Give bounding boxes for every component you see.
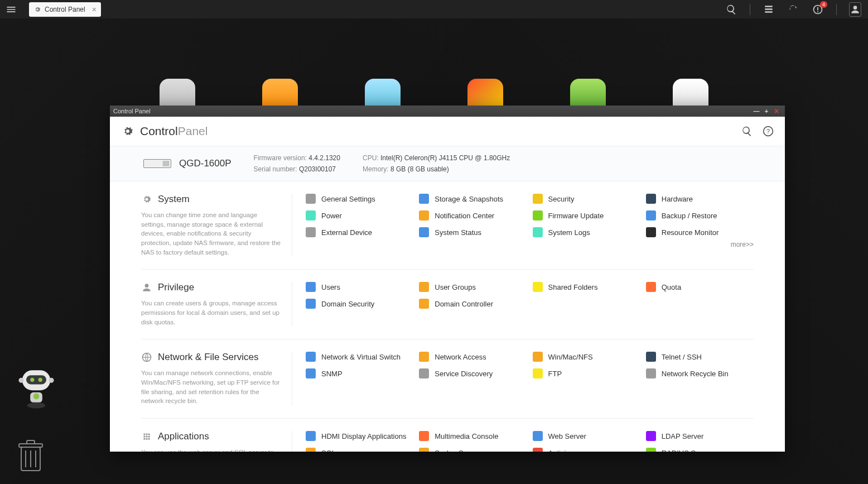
svg-point-10 [19,378,24,383]
item-syslog-server[interactable]: Syslog Server [419,448,527,452]
svg-point-24 [143,435,145,437]
item-icon [646,194,656,204]
item-shared-folders[interactable]: Shared Folders [533,282,640,292]
item-power[interactable]: Power [306,210,413,221]
item-label: SQL server [321,449,358,452]
item-label: Web Server [548,432,586,440]
item-icon [533,448,543,452]
assistant-robot-icon[interactable] [11,361,61,411]
item-network-recycle-bin[interactable]: Network Recycle Bin [646,368,754,378]
item-sql-server[interactable]: SQL server [306,448,413,452]
search-button[interactable] [725,3,737,16]
window-close-button[interactable]: × [771,107,782,116]
item-icon [306,194,316,204]
item-system-status[interactable]: System Status [419,227,527,237]
item-general-settings[interactable]: General Settings [306,194,413,204]
search-icon[interactable] [741,126,753,137]
more-link[interactable]: more>> [306,241,754,248]
item-firmware-update[interactable]: Firmware Update [533,210,640,221]
item-label: Firmware Update [548,212,604,220]
item-icon [306,368,316,378]
hamburger-menu-button[interactable] [0,0,22,18]
svg-point-27 [143,438,145,440]
section-title-network: Network & File Services [141,352,281,363]
item-icon [419,448,429,452]
item-icon [306,352,316,362]
item-hardware[interactable]: Hardware [646,194,754,204]
item-radius-server[interactable]: RADIUS Server [646,448,754,452]
svg-point-5 [33,394,40,400]
gear-icon [33,6,41,13]
item-label: Network Recycle Bin [662,370,729,378]
item-win-mac-nfs[interactable]: Win/Mac/NFS [533,352,640,362]
section-desc: You can create users & groups, manage ac… [141,299,281,327]
item-system-logs[interactable]: System Logs [533,227,640,237]
window-maximize-button[interactable]: + [761,108,771,114]
section-title-privilege: Privilege [141,282,281,293]
item-label: System Logs [548,228,590,237]
cpu-label: CPU: [363,154,379,162]
system-info-bar: QGD-1600P Firmware version: 4.4.2.1320 S… [110,146,785,181]
app-title: ControlPanel [140,124,208,138]
item-security[interactable]: Security [533,194,640,204]
item-user-groups[interactable]: User Groups [419,282,527,292]
item-web-server[interactable]: Web Server [533,431,640,441]
item-label: External Device [321,228,372,237]
window-minimize-button[interactable]: — [751,108,761,114]
content-area: System You can change time zone and lang… [110,181,785,452]
item-hdmi-display-applications[interactable]: HDMI Display Applications [306,431,413,441]
item-external-device[interactable]: External Device [306,227,413,237]
window-titlebar[interactable]: Control Panel — + × [110,106,785,117]
memory-label: Memory: [363,165,389,173]
refresh-icon[interactable] [787,3,799,16]
item-notification-center[interactable]: Notification Center [419,210,527,221]
svg-point-23 [148,433,150,435]
item-label: Power [321,212,342,220]
item-quota[interactable]: Quota [646,282,754,292]
svg-point-9 [38,378,42,382]
svg-point-22 [146,433,147,435]
tasks-icon[interactable] [763,3,775,16]
item-icon [646,431,656,441]
item-icon [419,227,429,237]
svg-point-8 [30,378,34,382]
item-resource-monitor[interactable]: Resource Monitor [646,227,754,237]
item-users[interactable]: Users [306,282,413,292]
device-icon [143,159,171,168]
svg-point-25 [146,435,147,437]
tab-control-panel[interactable]: Control Panel × [29,2,101,17]
section-desc: You can use the web server and SQL serve… [141,448,281,452]
item-domain-security[interactable]: Domain Security [306,299,413,309]
item-label: Win/Mac/NFS [548,353,593,361]
item-domain-controller[interactable]: Domain Controller [419,299,527,309]
item-backup-restore[interactable]: Backup / Restore [646,210,754,221]
tab-close-button[interactable]: × [92,5,97,14]
item-multimedia-console[interactable]: Multimedia Console [419,431,527,441]
item-telnet-ssh[interactable]: Telnet / SSH [646,352,754,362]
item-ftp[interactable]: FTP [533,368,640,378]
item-label: Security [548,195,575,203]
window-title: Control Panel [113,108,151,114]
item-icon [646,210,656,221]
item-ldap-server[interactable]: LDAP Server [646,431,754,441]
item-label: RADIUS Server [662,449,712,452]
item-network-access[interactable]: Network Access [419,352,527,362]
section-privilege: Privilege You can create users & groups,… [141,270,754,339]
item-label: FTP [548,370,562,378]
trash-icon[interactable] [17,439,45,473]
item-antivirus[interactable]: Antivirus [533,448,640,452]
item-network-virtual-switch[interactable]: Network & Virtual Switch [306,352,413,362]
notifications-button[interactable]: 4 [812,3,824,16]
separator [836,4,837,15]
item-icon [533,194,543,204]
item-storage-snapshots[interactable]: Storage & Snapshots [419,194,527,204]
item-service-discovery[interactable]: Service Discovery [419,368,527,378]
item-icon [646,352,656,362]
svg-point-21 [143,433,145,435]
item-label: Users [321,283,340,291]
help-icon[interactable]: ? [763,126,774,137]
topbar-actions: 4 [725,0,868,18]
device-name: QGD-1600P [143,158,232,169]
user-menu-button[interactable] [849,3,861,16]
item-snmp[interactable]: SNMP [306,368,413,378]
